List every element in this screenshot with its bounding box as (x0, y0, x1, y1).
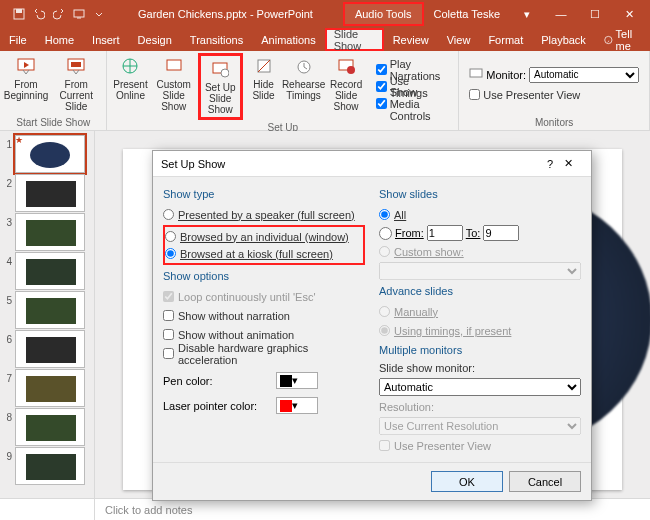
tab-playback[interactable]: Playback (532, 28, 595, 51)
tab-design[interactable]: Design (129, 28, 181, 51)
thumbnail-9[interactable]: 9 (2, 447, 92, 485)
qat-more-icon[interactable] (90, 5, 108, 23)
setup-show-dialog: Set Up Show ? ✕ Show type Presented by a… (152, 150, 592, 501)
start-show-icon[interactable] (70, 5, 88, 23)
slide-monitor-label: Slide show monitor: (379, 362, 581, 374)
tab-insert[interactable]: Insert (83, 28, 129, 51)
opt-kiosk[interactable]: Browsed at a kiosk (full screen) (165, 245, 363, 262)
contextual-tab-audio: Audio Tools (343, 2, 424, 26)
svg-point-3 (605, 36, 612, 43)
thumbnail-2[interactable]: 2 (2, 174, 92, 212)
minimize-icon[interactable]: — (544, 1, 578, 27)
from-beginning-button[interactable]: FromBeginning (4, 53, 48, 115)
user-name[interactable]: Coletta Teske (424, 8, 510, 20)
redo-icon[interactable] (50, 5, 68, 23)
animation-star-icon: ★ (15, 135, 23, 145)
notes-pane[interactable]: Click to add notes (0, 498, 650, 520)
group-multi-monitors: Multiple monitors (379, 344, 581, 356)
thumbnail-6[interactable]: 6 (2, 330, 92, 368)
tell-me[interactable]: Tell me (595, 28, 650, 51)
hide-slide-icon (253, 55, 275, 77)
save-icon[interactable] (10, 5, 28, 23)
opt-timings: Using timings, if present (379, 322, 581, 339)
setup-icon (209, 58, 231, 80)
maximize-icon[interactable]: ☐ (578, 1, 612, 27)
record-icon (335, 55, 357, 77)
thumbnail-8[interactable]: 8 (2, 408, 92, 446)
from-current-button[interactable]: FromCurrent Slide (50, 53, 102, 115)
dialog-title: Set Up Show (161, 158, 547, 170)
svg-rect-15 (470, 69, 482, 77)
title-bar: Garden Chickens.pptx - PowerPoint Audio … (0, 0, 650, 28)
use-presenter-check[interactable]: Use Presenter View (469, 87, 639, 103)
setup-slideshow-button[interactable]: Set UpSlide Show (198, 53, 243, 120)
svg-point-14 (347, 66, 355, 74)
pen-color-button[interactable]: ▾ (276, 372, 318, 389)
ribbon-tabs: File Home Insert Design Transitions Anim… (0, 28, 650, 51)
svg-point-10 (221, 69, 229, 77)
thumbnail-4[interactable]: 4 (2, 252, 92, 290)
thumbnail-7[interactable]: 7 (2, 369, 92, 407)
opt-use-presenter: Use Presenter View (379, 437, 581, 454)
to-input[interactable] (483, 225, 519, 241)
opt-speaker[interactable]: Presented by a speaker (full screen) (163, 206, 365, 223)
dialog-close-icon[interactable]: ✕ (553, 157, 583, 170)
opt-window[interactable]: Browsed by an individual (window) (165, 228, 363, 245)
svg-rect-8 (167, 60, 181, 70)
group-advance: Advance slides (379, 285, 581, 297)
laser-color-label: Laser pointer color: (163, 400, 273, 412)
custom-show-icon (163, 55, 185, 77)
presentation-current-icon (65, 55, 87, 77)
custom-show-button[interactable]: Custom SlideShow (151, 53, 195, 120)
group-start: Start Slide Show (4, 115, 102, 130)
monitor-icon (469, 68, 483, 82)
custom-show-select (379, 262, 581, 280)
group-show-options: Show options (163, 270, 365, 282)
opt-no-animation[interactable]: Show without animation (163, 326, 365, 343)
opt-from-radio[interactable] (379, 227, 392, 240)
show-media-check[interactable]: Show Media Controls (376, 96, 449, 112)
tab-file[interactable]: File (0, 28, 36, 51)
ok-button[interactable]: OK (431, 471, 503, 492)
present-online-button[interactable]: PresentOnline (111, 53, 149, 120)
thumbnail-3[interactable]: 3 (2, 213, 92, 251)
thumbnail-5[interactable]: 5 (2, 291, 92, 329)
monitor-label: Monitor: (486, 69, 526, 81)
resolution-select: Use Current Resolution (379, 417, 581, 435)
tab-review[interactable]: Review (384, 28, 438, 51)
presentation-icon (15, 55, 37, 77)
tab-home[interactable]: Home (36, 28, 83, 51)
svg-rect-6 (71, 62, 81, 67)
hide-slide-button[interactable]: HideSlide (245, 53, 283, 120)
opt-disable-hw[interactable]: Disable hardware graphics acceleration (163, 345, 365, 362)
tab-view[interactable]: View (438, 28, 480, 51)
thumbnail-1[interactable]: 1★ (2, 135, 92, 173)
tab-transitions[interactable]: Transitions (181, 28, 252, 51)
slide-monitor-select[interactable]: Automatic (379, 378, 581, 396)
opt-loop: Loop continuously until 'Esc' (163, 288, 365, 305)
tab-animations[interactable]: Animations (252, 28, 324, 51)
monitor-select[interactable]: Automatic (529, 67, 639, 83)
globe-icon (119, 55, 141, 77)
from-input[interactable] (427, 225, 463, 241)
ribbon: FromBeginning FromCurrent Slide Start Sl… (0, 51, 650, 131)
undo-icon[interactable] (30, 5, 48, 23)
tab-format[interactable]: Format (479, 28, 532, 51)
rehearse-button[interactable]: RehearseTimings (285, 53, 323, 120)
laser-color-button[interactable]: ▾ (276, 397, 318, 414)
tab-slideshow[interactable]: Slide Show (325, 28, 384, 51)
ribbon-options-icon[interactable]: ▾ (510, 1, 544, 27)
svg-rect-2 (74, 10, 84, 17)
notes-placeholder[interactable]: Click to add notes (95, 504, 192, 516)
group-show-slides: Show slides (379, 188, 581, 200)
pen-color-label: Pen color: (163, 375, 273, 387)
svg-rect-1 (16, 9, 22, 13)
opt-no-narration[interactable]: Show without narration (163, 307, 365, 324)
close-icon[interactable]: ✕ (612, 1, 646, 27)
opt-all[interactable]: All (379, 206, 581, 223)
record-button[interactable]: Record SlideShow (325, 53, 368, 120)
slide-thumbnails[interactable]: 1★ 2 3 4 5 6 7 8 9 (0, 131, 95, 498)
cancel-button[interactable]: Cancel (509, 471, 581, 492)
quick-access-toolbar (4, 5, 114, 23)
group-show-type: Show type (163, 188, 365, 200)
